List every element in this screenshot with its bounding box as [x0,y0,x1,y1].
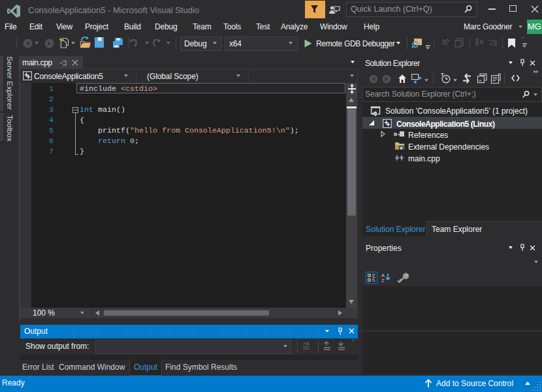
svg-text:Z: Z [381,278,385,283]
svg-text:'2: '2 [488,39,494,46]
